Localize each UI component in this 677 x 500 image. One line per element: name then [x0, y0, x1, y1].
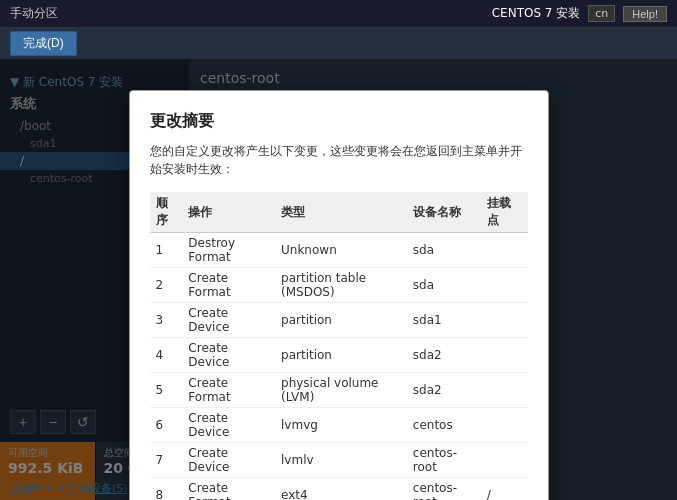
cell-action: Create Format	[182, 268, 275, 303]
cell-mount	[481, 408, 528, 443]
cell-order: 2	[150, 268, 183, 303]
cell-type: lvmvg	[275, 408, 407, 443]
cell-device: sda2	[407, 338, 481, 373]
cell-mount: /	[481, 478, 528, 501]
cell-type: partition	[275, 303, 407, 338]
cell-type: physical volume (LVM)	[275, 373, 407, 408]
col-device: 设备名称	[407, 192, 481, 233]
cell-action: Create Device	[182, 408, 275, 443]
cell-device: centos-root	[407, 443, 481, 478]
cell-order: 4	[150, 338, 183, 373]
cell-action: Destroy Format	[182, 233, 275, 268]
cell-type: Unknown	[275, 233, 407, 268]
cell-action: Create Device	[182, 443, 275, 478]
cell-type: ext4	[275, 478, 407, 501]
dialog-overlay: 更改摘要 您的自定义更改将产生以下变更，这些变更将会在您返回到主菜单并开始安装时…	[0, 60, 677, 500]
top-bar: 手动分区 CENTOS 7 安装 cn Help!	[0, 0, 677, 28]
cell-action: Create Format	[182, 373, 275, 408]
changes-table: 顺序 操作 类型 设备名称 挂载点 1Destroy FormatUnknown…	[150, 192, 528, 500]
cell-mount	[481, 373, 528, 408]
cell-order: 5	[150, 373, 183, 408]
keyboard-indicator[interactable]: cn	[588, 5, 615, 22]
cell-mount	[481, 338, 528, 373]
dialog-description: 您的自定义更改将产生以下变更，这些变更将会在您返回到主菜单并开始安装时生效：	[150, 142, 528, 178]
cell-device: sda1	[407, 303, 481, 338]
table-row: 1Destroy FormatUnknownsda	[150, 233, 528, 268]
cell-order: 6	[150, 408, 183, 443]
table-row: 6Create Devicelvmvgcentos	[150, 408, 528, 443]
cell-order: 7	[150, 443, 183, 478]
cell-mount	[481, 233, 528, 268]
cell-type: partition table (MSDOS)	[275, 268, 407, 303]
table-row: 8Create Formatext4centos-root/	[150, 478, 528, 501]
cell-action: Create Device	[182, 338, 275, 373]
cell-order: 8	[150, 478, 183, 501]
col-action: 操作	[182, 192, 275, 233]
cell-device: sda2	[407, 373, 481, 408]
cell-action: Create Device	[182, 303, 275, 338]
cell-order: 1	[150, 233, 183, 268]
table-row: 4Create Devicepartitionsda2	[150, 338, 528, 373]
cell-action: Create Format	[182, 478, 275, 501]
cell-type: partition	[275, 338, 407, 373]
col-order: 顺序	[150, 192, 183, 233]
changes-dialog: 更改摘要 您的自定义更改将产生以下变更，这些变更将会在您返回到主菜单并开始安装时…	[129, 90, 549, 500]
table-row: 2Create Formatpartition table (MSDOS)sda	[150, 268, 528, 303]
top-bar-right: CENTOS 7 安装 cn Help!	[492, 5, 667, 22]
cell-type: lvmlv	[275, 443, 407, 478]
page-title: 手动分区	[10, 5, 58, 22]
cell-device: sda	[407, 268, 481, 303]
main-content: ▼ 新 CentOS 7 安装 系统 /boot sda1 / centos-r…	[0, 60, 677, 500]
cell-mount	[481, 268, 528, 303]
table-row: 7Create Devicelvmlvcentos-root	[150, 443, 528, 478]
cell-mount	[481, 443, 528, 478]
table-row: 3Create Devicepartitionsda1	[150, 303, 528, 338]
cell-device: centos	[407, 408, 481, 443]
table-header-row: 顺序 操作 类型 设备名称 挂载点	[150, 192, 528, 233]
table-row: 5Create Formatphysical volume (LVM)sda2	[150, 373, 528, 408]
done-button[interactable]: 完成(D)	[10, 31, 77, 56]
help-button[interactable]: Help!	[623, 6, 667, 22]
cell-mount	[481, 303, 528, 338]
cell-device: centos-root	[407, 478, 481, 501]
col-mount: 挂载点	[481, 192, 528, 233]
col-type: 类型	[275, 192, 407, 233]
cell-order: 3	[150, 303, 183, 338]
install-title: CENTOS 7 安装	[492, 5, 581, 22]
cell-device: sda	[407, 233, 481, 268]
action-bar: 完成(D)	[0, 28, 677, 60]
dialog-title: 更改摘要	[150, 111, 528, 132]
